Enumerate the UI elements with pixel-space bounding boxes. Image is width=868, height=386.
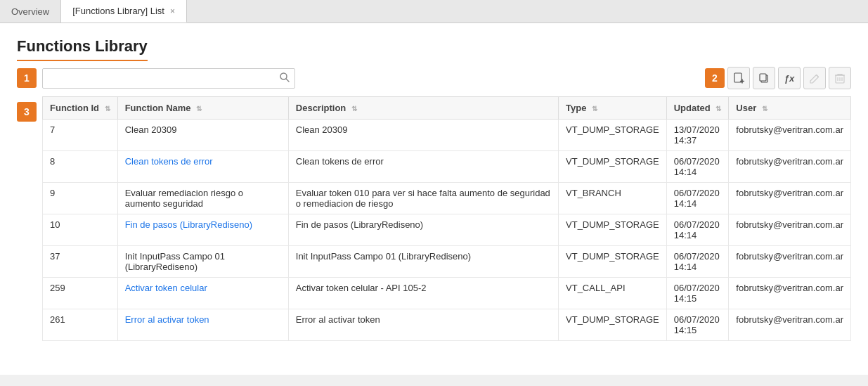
tab-overview[interactable]: Overview (0, 0, 61, 22)
cell-description: Evaluar token 010 para ver si hace falta… (288, 183, 558, 214)
delete-button[interactable] (829, 67, 851, 89)
page-title: Functions Library (17, 37, 148, 61)
delete-icon (835, 73, 845, 84)
new-icon (733, 72, 744, 84)
function-button[interactable]: ƒx (778, 67, 801, 89)
cell-function-id: 37 (43, 246, 118, 278)
search-input-wrap (42, 68, 295, 89)
col-function-id[interactable]: Function Id ⇅ (43, 97, 118, 120)
cell-type: VT_CALL_API (559, 278, 667, 309)
col-function-name[interactable]: Function Name ⇅ (117, 97, 288, 120)
cell-type: VT_DUMP_STORAGE (559, 309, 667, 341)
badge-1: 1 (17, 68, 37, 88)
cell-description: Init InputPass Campo 01 (LibraryRediseno… (288, 246, 558, 278)
cell-type: VT_DUMP_STORAGE (559, 214, 667, 246)
table-wrapper: 3 Function Id ⇅ Function Name ⇅ (17, 96, 851, 341)
table-row: 9Evaluar remediacion riesgo o aumento se… (43, 183, 851, 214)
cell-description: Fin de pasos (LibraryRediseno) (288, 214, 558, 246)
cell-user: fobrutsky@veritran.com.ar (729, 151, 851, 183)
edit-button[interactable] (803, 67, 826, 89)
cell-user: fobrutsky@veritran.com.ar (729, 278, 851, 309)
cell-description: Activar token celular - API 105-2 (288, 278, 558, 309)
table-row: 8Clean tokens de errorClean tokens de er… (43, 151, 851, 183)
col-function-name-label: Function Name (125, 103, 191, 113)
copy-button[interactable] (753, 67, 775, 89)
cell-type: VT_DUMP_STORAGE (559, 120, 667, 151)
table-row: 261Error al activar tokenError al activa… (43, 309, 851, 341)
sort-icon-description: ⇅ (351, 105, 357, 112)
cell-type: VT_BRANCH (559, 183, 667, 214)
edit-icon (810, 73, 820, 84)
cell-updated: 06/07/2020 14:14 (666, 151, 729, 183)
copy-icon (758, 72, 770, 84)
search-input[interactable] (42, 68, 295, 89)
new-button[interactable] (727, 67, 750, 89)
tab-functions-library[interactable]: [Functions Library] List × (61, 0, 187, 22)
col-updated-label: Updated (674, 103, 711, 113)
col-function-id-label: Function Id (50, 103, 99, 113)
col-description-label: Description (296, 103, 346, 113)
search-icon (280, 72, 290, 82)
actions-section: 2 ƒx (705, 67, 851, 89)
cell-updated: 13/07/2020 14:37 (666, 120, 729, 151)
cell-function-name[interactable]: Fin de pasos (LibraryRediseno) (117, 214, 288, 246)
table-container: Function Id ⇅ Function Name ⇅ Descriptio… (42, 96, 851, 341)
col-user[interactable]: User ⇅ (729, 97, 851, 120)
tab-close-icon[interactable]: × (170, 7, 175, 15)
svg-rect-6 (760, 74, 766, 81)
table-row: 7Clean 20309Clean 20309VT_DUMP_STORAGE13… (43, 120, 851, 151)
cell-function-id: 259 (43, 278, 118, 309)
cell-function-name: Clean 20309 (117, 120, 288, 151)
main-content: Functions Library 1 2 (0, 23, 868, 375)
col-updated[interactable]: Updated ⇅ (666, 97, 729, 120)
cell-user: fobrutsky@veritran.com.ar (729, 214, 851, 246)
cell-description: Error al activar token (288, 309, 558, 341)
cell-updated: 06/07/2020 14:14 (666, 246, 729, 278)
search-section: 1 (17, 68, 295, 89)
cell-function-name[interactable]: Error al activar token (117, 309, 288, 341)
cell-updated: 06/07/2020 14:14 (666, 214, 729, 246)
cell-function-id: 8 (43, 151, 118, 183)
tab-overview-label: Overview (11, 6, 49, 17)
col-type[interactable]: Type ⇅ (559, 97, 667, 120)
sort-icon-function-name: ⇅ (196, 105, 202, 112)
cell-updated: 06/07/2020 14:15 (666, 278, 729, 309)
table-row: 259Activar token celularActivar token ce… (43, 278, 851, 309)
cell-user: fobrutsky@veritran.com.ar (729, 183, 851, 214)
cell-type: VT_DUMP_STORAGE (559, 151, 667, 183)
cell-function-name: Evaluar remediacion riesgo o aumento seg… (117, 183, 288, 214)
sort-icon-user: ⇅ (762, 105, 767, 112)
col-type-label: Type (566, 103, 586, 113)
sort-icon-updated: ⇅ (715, 105, 721, 112)
cell-type: VT_DUMP_STORAGE (559, 246, 667, 278)
cell-function-name[interactable]: Clean tokens de error (117, 151, 288, 183)
function-icon: ƒx (784, 73, 794, 84)
table-section: 3 Function Id ⇅ Function Name ⇅ (17, 96, 851, 341)
svg-line-1 (286, 79, 289, 82)
sort-icon-function-id: ⇅ (105, 105, 110, 112)
cell-user: fobrutsky@veritran.com.ar (729, 309, 851, 341)
data-table: Function Id ⇅ Function Name ⇅ Descriptio… (42, 96, 851, 341)
cell-user: fobrutsky@veritran.com.ar (729, 246, 851, 278)
col-description[interactable]: Description ⇅ (288, 97, 558, 120)
table-row: 10Fin de pasos (LibraryRediseno)Fin de p… (43, 214, 851, 246)
badge-3: 3 (17, 102, 37, 122)
badge-2: 2 (705, 68, 725, 88)
table-header-row: Function Id ⇅ Function Name ⇅ Descriptio… (43, 97, 851, 120)
cell-function-id: 9 (43, 183, 118, 214)
cell-function-name: Init InputPass Campo 01 (LibraryRediseno… (117, 246, 288, 278)
cell-function-id: 261 (43, 309, 118, 341)
col-user-label: User (736, 103, 756, 113)
toolbar-row: 1 2 (17, 67, 851, 89)
cell-function-id: 7 (43, 120, 118, 151)
sort-icon-type: ⇅ (592, 105, 597, 112)
tab-bar: Overview [Functions Library] List × (0, 0, 868, 23)
search-icon-button[interactable] (280, 72, 290, 84)
cell-function-id: 10 (43, 214, 118, 246)
cell-function-name[interactable]: Activar token celular (117, 278, 288, 309)
tab-functions-library-label: [Functions Library] List (72, 6, 164, 16)
cell-description: Clean 20309 (288, 120, 558, 151)
cell-description: Clean tokens de error (288, 151, 558, 183)
cell-user: fobrutsky@veritran.com.ar (729, 120, 851, 151)
cell-updated: 06/07/2020 14:14 (666, 183, 729, 214)
